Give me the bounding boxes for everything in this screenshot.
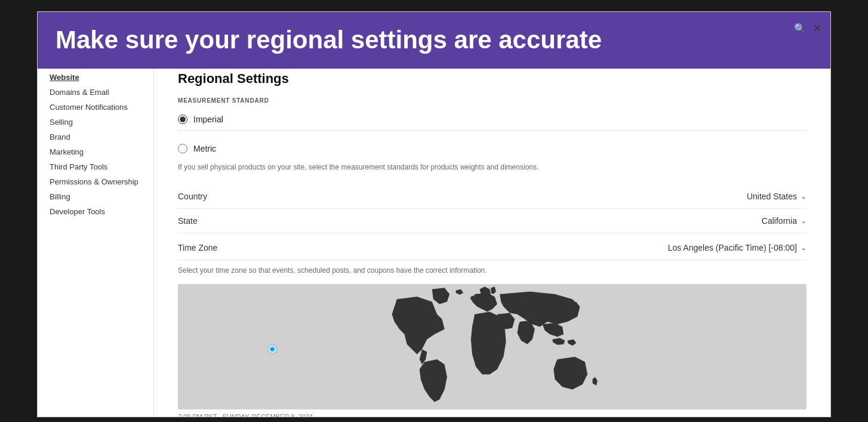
measurement-helper: If you sell physical products on your si… [178,162,807,173]
app-window: 🔍 ✕ Make sure your regional settings are… [37,11,831,417]
imperial-option[interactable]: Imperial [178,110,807,129]
sidebar-item-third-party-tools[interactable]: Third Party Tools [38,159,153,174]
banner-text: Make sure your regional settings are acc… [56,26,602,54]
timezone-label: Time Zone [178,243,217,252]
state-dropdown[interactable]: California ⌄ [762,216,807,226]
measurement-radio-group: Imperial Metric [178,110,807,158]
timezone-row: Time Zone Los Angeles (Pacific Time) [-0… [178,236,807,260]
country-dropdown[interactable]: United States ⌄ [747,192,807,201]
close-icon[interactable]: ✕ [813,23,821,34]
radio-divider [178,130,807,131]
metric-label: Metric [193,144,216,153]
metric-radio[interactable] [178,144,187,153]
country-value: United States [747,192,797,201]
timezone-value: Los Angeles (Pacific Time) [-08:00] [668,243,797,252]
sidebar-item-brand[interactable]: Brand [38,130,153,144]
timezone-section: Time Zone Los Angeles (Pacific Time) [-0… [178,236,807,417]
imperial-radio[interactable] [178,115,187,124]
sidebar-item-selling[interactable]: Selling [38,115,153,130]
state-value: California [762,216,797,226]
timestamp: 7:09 PM PST · SUNDAY, DECEMBER 8, 2024 [178,413,807,417]
notification-banner: Make sure your regional settings are acc… [38,12,830,69]
country-row: Country United States ⌄ [178,184,807,209]
timezone-chevron-icon: ⌄ [801,244,807,252]
timezone-helper: Select your time zone so that events, sc… [178,265,807,276]
measurement-label: MEASUREMENT STANDARD [178,97,807,104]
search-icon[interactable]: 🔍 [794,23,806,34]
main-layout: Settings Website Domains & Email Custome… [38,12,830,417]
state-label: State [178,216,198,226]
sidebar-item-domains-email[interactable]: Domains & Email [38,85,153,100]
country-chevron-icon: ⌄ [801,192,807,201]
imperial-label: Imperial [193,115,223,124]
timezone-dropdown[interactable]: Los Angeles (Pacific Time) [-08:00] ⌄ [668,243,807,252]
content-area: Website / Regional Settings Regional Set… [154,45,830,417]
sidebar-item-permissions-ownership[interactable]: Permissions & Ownership [38,174,153,189]
sidebar-item-marketing[interactable]: Marketing [38,144,153,159]
sidebar: Settings Website Domains & Email Custome… [38,45,154,417]
state-chevron-icon: ⌄ [801,217,807,225]
metric-option[interactable]: Metric [178,139,807,158]
country-label: Country [178,192,207,201]
top-bar-icons: 🔍 ✕ [794,12,830,45]
sidebar-item-developer-tools[interactable]: Developer Tools [38,204,153,219]
sidebar-item-billing[interactable]: Billing [38,189,153,204]
sidebar-item-website[interactable]: Website [38,70,153,85]
world-map [178,284,807,409]
page-title: Regional Settings [178,71,807,87]
state-row: State California ⌄ [178,209,807,233]
sidebar-item-customer-notifications[interactable]: Customer Notifications [38,100,153,115]
location-dot [269,346,276,353]
